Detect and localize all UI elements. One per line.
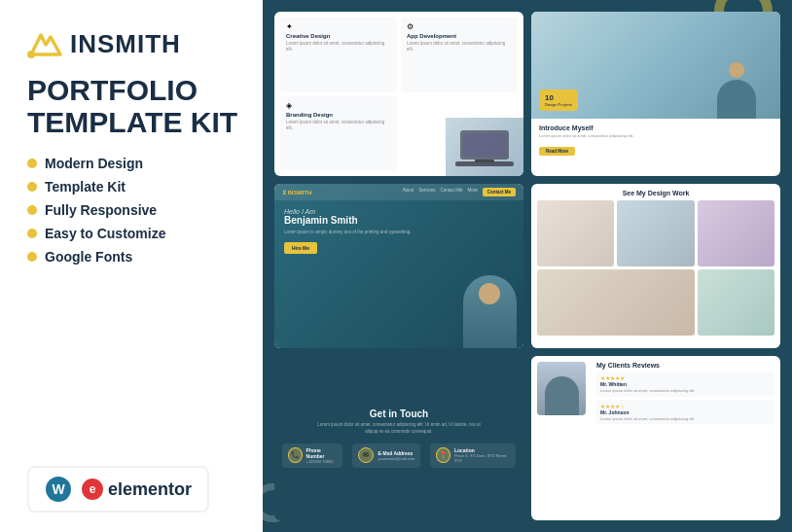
- reviewer-avatar: [537, 362, 591, 514]
- hero-name: Benjamin Smith: [284, 215, 514, 227]
- feature-label: Easy to Customize: [45, 226, 165, 241]
- service-item-app: ⚙ App Development Lorem ipsum dolor sit …: [401, 18, 518, 92]
- reviewer-name: Mr. Johnson: [600, 409, 771, 415]
- service-text: Lorem ipsum dolor sit amet, consectetur …: [286, 41, 391, 53]
- feature-item: Easy to Customize: [27, 226, 239, 241]
- reviewer-image: [537, 362, 586, 415]
- contact-phone: 📞 Phone Number +123456 78901: [282, 443, 342, 468]
- nav-link-more: More: [467, 188, 477, 196]
- phone-value: +123456 78901: [306, 459, 338, 464]
- service-title: App Development: [407, 33, 512, 39]
- hero-nav-links: About Services Contact Me More Contact M…: [402, 188, 516, 196]
- email-label: E-Mail Address: [378, 450, 414, 456]
- reviews-card: My Clients Reviews ★★★★★ Mr. Whitten Lor…: [531, 356, 780, 520]
- contact-email: ✉ E-Mail Address yourname@mail.com: [352, 443, 420, 468]
- hero-nav-logo: ⊻ INSMITH: [282, 189, 311, 195]
- hero-greeting: Hello I Am: [284, 208, 514, 215]
- bullet-dot: [27, 159, 37, 168]
- feature-label: Fully Responsive: [45, 202, 157, 218]
- app-icon: ⚙: [407, 22, 512, 31]
- service-text: Lorem ipsum dolor sit amet, consectetur …: [407, 41, 512, 53]
- wordpress-icon: W: [45, 476, 72, 503]
- introduce-text: Lorem ipsum dolor sit amet, consectetur …: [539, 133, 773, 139]
- bullet-dot: [27, 182, 37, 192]
- svg-rect-6: [475, 160, 494, 162]
- hero-cta-button: Hire Me: [284, 242, 317, 254]
- services-card: ✦ Creative Design Lorem ipsum dolor sit …: [274, 12, 523, 176]
- title-block: PORTFOLIO TEMPLATE KIT: [27, 74, 239, 138]
- contact-email-info: E-Mail Address yourname@mail.com: [378, 450, 414, 461]
- hero-person-image: [455, 270, 523, 348]
- svg-rect-4: [463, 133, 506, 157]
- service-title: Branding Design: [286, 112, 391, 118]
- design-item-3: [698, 200, 774, 266]
- svg-text:W: W: [52, 481, 65, 497]
- introduce-card: 10 Design Projects Introduce Myself Lore…: [531, 12, 780, 176]
- nav-cta-button: Contact Me: [483, 188, 516, 196]
- hero-nav: ⊻ INSMITH About Services Contact Me More…: [274, 184, 523, 200]
- features-list: Modern Design Template Kit Fully Respons…: [27, 156, 239, 265]
- elementor-label: elementor: [108, 479, 192, 500]
- right-panel: ✦ Creative Design Lorem ipsum dolor sit …: [263, 0, 792, 532]
- feature-item: Modern Design: [27, 156, 239, 171]
- feature-label: Modern Design: [45, 156, 143, 171]
- contact-description: Lorem ipsum dolor sit amet, consectetur …: [311, 422, 486, 436]
- contact-inner: Get in Touch Lorem ipsum dolor sit amet,…: [274, 356, 523, 520]
- location-icon: 📍: [436, 447, 450, 463]
- elementor-badge: e elementor: [82, 479, 192, 500]
- laptop-image: [446, 118, 523, 176]
- feature-label: Google Fonts: [45, 249, 132, 265]
- services-inner: ✦ Creative Design Lorem ipsum dolor sit …: [274, 12, 523, 176]
- hero-card: ⊻ INSMITH About Services Contact Me More…: [274, 184, 523, 348]
- design-item-1: [537, 200, 614, 266]
- design-inner: See My Design Work: [531, 184, 780, 348]
- email-icon: ✉: [358, 447, 374, 463]
- review-stars: ★★★★☆: [600, 403, 771, 409]
- introduce-background: 10 Design Projects: [531, 12, 780, 119]
- design-item-5: [698, 269, 774, 336]
- badge-label: Design Projects: [545, 102, 572, 107]
- phone-label: Phone Number: [306, 447, 338, 459]
- bullet-dot: [27, 229, 37, 238]
- hero-description: Lorem ipsum is simply dummy text of the …: [284, 230, 514, 236]
- introduce-person-head: [729, 62, 744, 78]
- brand-logo-icon: [27, 27, 64, 60]
- review-stars: ★★★★★: [600, 374, 771, 381]
- person-body: [463, 275, 517, 348]
- contact-phone-info: Phone Number +123456 78901: [306, 447, 338, 464]
- nav-link-services: Services: [418, 188, 435, 196]
- hero-content: Hello I Am Benjamin Smith Lorem ipsum is…: [274, 200, 523, 262]
- nav-link-contact: Contact Me: [440, 188, 462, 196]
- introduce-heading: Introduce Myself: [539, 124, 773, 131]
- design-item-2: [617, 200, 694, 266]
- brand-name: INSMITH: [70, 29, 181, 59]
- bullet-dot: [27, 205, 37, 215]
- introduce-button: Read More: [539, 147, 575, 156]
- feature-item: Google Fonts: [27, 249, 239, 265]
- service-text: Lorem ipsum dolor sit amet, consectetur …: [286, 120, 391, 132]
- contact-title: Get in Touch: [370, 408, 428, 419]
- feature-item: Fully Responsive: [27, 202, 239, 218]
- bullet-dot: [27, 252, 37, 262]
- reviewer-name: Mr. Whitten: [600, 381, 771, 387]
- title-line2: TEMPLATE KIT: [27, 106, 239, 138]
- contact-location: 📍 Location Place X, XY Zone, XYZ Street,…: [430, 443, 516, 468]
- reviews-inner: My Clients Reviews ★★★★★ Mr. Whitten Lor…: [531, 356, 780, 520]
- phone-icon: 📞: [288, 447, 303, 463]
- svg-point-0: [27, 51, 35, 58]
- introduce-person-body: [717, 80, 756, 119]
- person-head: [479, 283, 500, 304]
- feature-item: Template Kit: [27, 179, 239, 195]
- reviews-heading: My Clients Reviews: [596, 362, 774, 369]
- branding-icon: ◈: [286, 101, 391, 110]
- introduce-person: [712, 62, 761, 119]
- design-item-4: [537, 269, 695, 336]
- title-line1: PORTFOLIO: [27, 74, 239, 106]
- footer-badges: W e elementor: [27, 466, 209, 513]
- contact-card: Get in Touch Lorem ipsum dolor sit amet,…: [274, 356, 523, 520]
- hero-inner: ⊻ INSMITH About Services Contact Me More…: [274, 184, 523, 348]
- location-value: Place X, XY Zone, XYZ Street, XYZ: [454, 453, 510, 463]
- nav-link-about: About: [402, 188, 414, 196]
- service-title: Creative Design: [286, 33, 391, 39]
- reviewer-body: [545, 376, 579, 415]
